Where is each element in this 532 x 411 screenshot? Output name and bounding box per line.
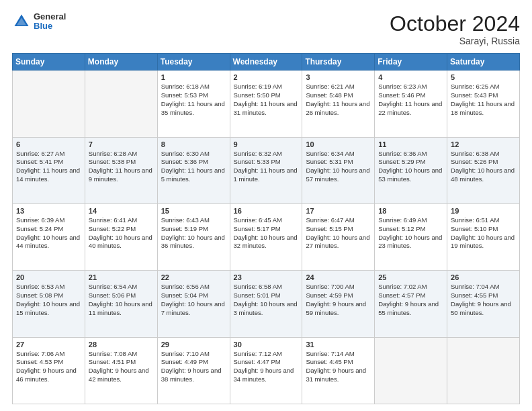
- day-info: Sunrise: 6:21 AM Sunset: 5:48 PM Dayligh…: [306, 83, 371, 117]
- day-number: 22: [161, 273, 226, 281]
- calendar-week-4: 20Sunrise: 6:53 AM Sunset: 5:08 PM Dayli…: [13, 271, 520, 337]
- day-number: 15: [161, 207, 226, 215]
- day-info: Sunrise: 6:45 AM Sunset: 5:17 PM Dayligh…: [234, 216, 299, 250]
- day-info: Sunrise: 7:04 AM Sunset: 4:55 PM Dayligh…: [451, 283, 516, 317]
- day-info: Sunrise: 6:51 AM Sunset: 5:10 PM Dayligh…: [451, 216, 516, 250]
- day-number: 13: [16, 207, 81, 215]
- calendar-cell: 29Sunrise: 7:10 AM Sunset: 4:49 PM Dayli…: [157, 337, 230, 404]
- day-number: 29: [161, 340, 226, 349]
- calendar-cell: 6Sunrise: 6:27 AM Sunset: 5:41 PM Daylig…: [13, 137, 85, 203]
- day-number: 20: [16, 273, 81, 281]
- day-info: Sunrise: 6:56 AM Sunset: 5:04 PM Dayligh…: [161, 283, 226, 317]
- calendar-cell: 19Sunrise: 6:51 AM Sunset: 5:10 PM Dayli…: [447, 203, 520, 270]
- calendar-cell: 17Sunrise: 6:47 AM Sunset: 5:15 PM Dayli…: [302, 203, 375, 270]
- calendar-cell: 7Sunrise: 6:28 AM Sunset: 5:38 PM Daylig…: [85, 137, 157, 203]
- calendar-cell: 9Sunrise: 6:32 AM Sunset: 5:33 PM Daylig…: [230, 137, 302, 203]
- day-number: 10: [306, 140, 371, 148]
- day-info: Sunrise: 6:25 AM Sunset: 5:43 PM Dayligh…: [451, 83, 516, 117]
- day-number: 30: [234, 340, 299, 349]
- day-info: Sunrise: 6:32 AM Sunset: 5:33 PM Dayligh…: [234, 150, 299, 184]
- calendar-cell: 23Sunrise: 6:58 AM Sunset: 5:01 PM Dayli…: [230, 271, 302, 337]
- day-number: 25: [378, 273, 443, 281]
- calendar-table: SundayMondayTuesdayWednesdayThursdayFrid…: [12, 53, 520, 404]
- calendar-cell: 13Sunrise: 6:39 AM Sunset: 5:24 PM Dayli…: [13, 203, 85, 270]
- day-info: Sunrise: 6:41 AM Sunset: 5:22 PM Dayligh…: [89, 216, 154, 250]
- day-number: 6: [16, 140, 81, 148]
- day-number: 12: [451, 140, 516, 148]
- day-number: 26: [451, 273, 516, 281]
- calendar-cell: [447, 337, 520, 404]
- calendar-cell: 25Sunrise: 7:02 AM Sunset: 4:57 PM Dayli…: [375, 271, 447, 337]
- day-info: Sunrise: 7:06 AM Sunset: 4:53 PM Dayligh…: [16, 350, 81, 384]
- calendar-cell: 27Sunrise: 7:06 AM Sunset: 4:53 PM Dayli…: [13, 337, 85, 404]
- calendar-cell: 24Sunrise: 7:00 AM Sunset: 4:59 PM Dayli…: [302, 271, 375, 337]
- day-info: Sunrise: 6:39 AM Sunset: 5:24 PM Dayligh…: [16, 216, 81, 250]
- calendar-cell: 1Sunrise: 6:18 AM Sunset: 5:53 PM Daylig…: [157, 71, 230, 137]
- day-number: 5: [451, 73, 516, 81]
- day-info: Sunrise: 6:30 AM Sunset: 5:36 PM Dayligh…: [161, 150, 226, 184]
- calendar-header-friday: Friday: [375, 54, 447, 71]
- calendar-header-row: SundayMondayTuesdayWednesdayThursdayFrid…: [13, 54, 520, 71]
- calendar-cell: [375, 337, 447, 404]
- calendar-cell: 30Sunrise: 7:12 AM Sunset: 4:47 PM Dayli…: [230, 337, 302, 404]
- day-info: Sunrise: 6:27 AM Sunset: 5:41 PM Dayligh…: [16, 150, 81, 184]
- day-info: Sunrise: 6:53 AM Sunset: 5:08 PM Dayligh…: [16, 283, 81, 317]
- day-number: 9: [234, 140, 299, 148]
- page: General Blue October 2024 Sarayi, Russia…: [0, 0, 532, 411]
- calendar-cell: 20Sunrise: 6:53 AM Sunset: 5:08 PM Dayli…: [13, 271, 85, 337]
- title-block: October 2024 Sarayi, Russia: [390, 12, 520, 46]
- day-number: 21: [89, 273, 154, 281]
- calendar-cell: 15Sunrise: 6:43 AM Sunset: 5:19 PM Dayli…: [157, 203, 230, 270]
- calendar-cell: 11Sunrise: 6:36 AM Sunset: 5:29 PM Dayli…: [375, 137, 447, 203]
- day-number: 1: [161, 73, 226, 81]
- day-number: 7: [89, 140, 154, 148]
- day-info: Sunrise: 7:12 AM Sunset: 4:47 PM Dayligh…: [234, 350, 299, 384]
- day-number: 24: [306, 273, 371, 281]
- calendar-cell: [85, 71, 157, 137]
- calendar-cell: 2Sunrise: 6:19 AM Sunset: 5:50 PM Daylig…: [230, 71, 302, 137]
- logo-blue: Blue: [34, 21, 66, 31]
- calendar-week-2: 6Sunrise: 6:27 AM Sunset: 5:41 PM Daylig…: [13, 137, 520, 203]
- logo-general: General: [34, 12, 66, 21]
- day-info: Sunrise: 6:43 AM Sunset: 5:19 PM Dayligh…: [161, 216, 226, 250]
- day-number: 8: [161, 140, 226, 148]
- calendar-header-tuesday: Tuesday: [157, 54, 230, 71]
- day-info: Sunrise: 6:19 AM Sunset: 5:50 PM Dayligh…: [234, 83, 299, 117]
- day-number: 23: [234, 273, 299, 281]
- calendar-week-1: 1Sunrise: 6:18 AM Sunset: 5:53 PM Daylig…: [13, 71, 520, 137]
- day-info: Sunrise: 6:49 AM Sunset: 5:12 PM Dayligh…: [378, 216, 443, 250]
- header: General Blue October 2024 Sarayi, Russia: [12, 12, 520, 46]
- calendar-cell: 16Sunrise: 6:45 AM Sunset: 5:17 PM Dayli…: [230, 203, 302, 270]
- calendar-cell: 4Sunrise: 6:23 AM Sunset: 5:46 PM Daylig…: [375, 71, 447, 137]
- calendar-header-thursday: Thursday: [302, 54, 375, 71]
- calendar-cell: [13, 71, 85, 137]
- calendar-cell: 5Sunrise: 6:25 AM Sunset: 5:43 PM Daylig…: [447, 71, 520, 137]
- day-info: Sunrise: 6:36 AM Sunset: 5:29 PM Dayligh…: [378, 150, 443, 184]
- day-number: 17: [306, 207, 371, 215]
- month-title: October 2024: [390, 12, 520, 36]
- day-number: 18: [378, 207, 443, 215]
- calendar-cell: 31Sunrise: 7:14 AM Sunset: 4:45 PM Dayli…: [302, 337, 375, 404]
- calendar-cell: 12Sunrise: 6:38 AM Sunset: 5:26 PM Dayli…: [447, 137, 520, 203]
- calendar-cell: 3Sunrise: 6:21 AM Sunset: 5:48 PM Daylig…: [302, 71, 375, 137]
- day-number: 3: [306, 73, 371, 81]
- day-info: Sunrise: 6:28 AM Sunset: 5:38 PM Dayligh…: [89, 150, 154, 184]
- day-number: 19: [451, 207, 516, 215]
- day-info: Sunrise: 6:47 AM Sunset: 5:15 PM Dayligh…: [306, 216, 371, 250]
- day-info: Sunrise: 6:18 AM Sunset: 5:53 PM Dayligh…: [161, 83, 226, 117]
- logo-icon: [12, 12, 31, 31]
- logo: General Blue: [12, 12, 66, 32]
- calendar-header-wednesday: Wednesday: [230, 54, 302, 71]
- day-number: 27: [16, 340, 81, 349]
- day-info: Sunrise: 6:54 AM Sunset: 5:06 PM Dayligh…: [89, 283, 154, 317]
- day-number: 2: [234, 73, 299, 81]
- day-number: 16: [234, 207, 299, 215]
- day-info: Sunrise: 7:00 AM Sunset: 4:59 PM Dayligh…: [306, 283, 371, 317]
- day-info: Sunrise: 6:38 AM Sunset: 5:26 PM Dayligh…: [451, 150, 516, 184]
- calendar-cell: 14Sunrise: 6:41 AM Sunset: 5:22 PM Dayli…: [85, 203, 157, 270]
- day-info: Sunrise: 6:34 AM Sunset: 5:31 PM Dayligh…: [306, 150, 371, 184]
- logo-text: General Blue: [34, 12, 66, 32]
- calendar-cell: 28Sunrise: 7:08 AM Sunset: 4:51 PM Dayli…: [85, 337, 157, 404]
- day-number: 28: [89, 340, 154, 349]
- calendar-cell: 8Sunrise: 6:30 AM Sunset: 5:36 PM Daylig…: [157, 137, 230, 203]
